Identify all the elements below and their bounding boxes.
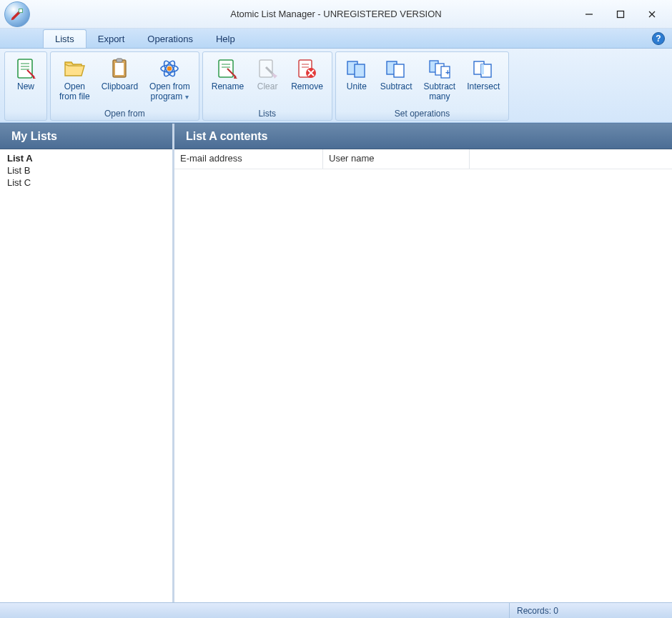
statusbar: Records: 0 <box>0 602 672 618</box>
rename-icon <box>215 56 239 81</box>
group-openfrom-label: Open from <box>54 107 196 120</box>
window-controls <box>573 0 668 29</box>
group-setops-label: Set operations <box>339 107 505 120</box>
clipboard-button[interactable]: Clipboard <box>96 54 144 107</box>
records-count: Records: 0 <box>509 603 672 618</box>
clipboard-label: Clipboard <box>102 82 138 92</box>
table-header: E-mail address User name <box>174 149 672 169</box>
sidebar-title: My Lists <box>0 124 172 149</box>
ribbon-group-openfrom: Open from file Clipboard Open from progr… <box>50 51 199 121</box>
svg-text:+: + <box>445 68 450 76</box>
tab-operations[interactable]: Operations <box>136 30 204 48</box>
new-label: New <box>17 82 34 92</box>
unite-icon <box>345 56 369 81</box>
sidebar-list: List A List B List C <box>0 149 172 191</box>
tab-export[interactable]: Export <box>87 30 137 48</box>
rename-button[interactable]: Rename <box>206 54 249 107</box>
new-list-icon <box>14 56 38 81</box>
folder-open-icon <box>62 56 87 81</box>
open-from-file-label: Open from file <box>59 82 90 102</box>
tab-row: Lists Export Operations Help ? <box>0 29 672 49</box>
svg-rect-11 <box>115 63 124 75</box>
list-item-c[interactable]: List C <box>0 176 172 189</box>
maximize-button[interactable] <box>605 4 636 24</box>
svg-point-16 <box>167 66 172 71</box>
open-from-file-button[interactable]: Open from file <box>54 54 96 107</box>
svg-rect-2 <box>618 11 624 18</box>
ribbon-group-lists: Rename Clear Remove Lists <box>202 51 332 121</box>
titlebar: Atomic List Manager - UNREGISTERED VERSI… <box>0 0 672 29</box>
intersect-icon <box>471 56 495 81</box>
unite-button[interactable]: Unite <box>339 54 375 107</box>
remove-label: Remove <box>291 82 323 92</box>
subtract-button[interactable]: Subtract <box>375 54 418 107</box>
svg-rect-38 <box>481 64 484 74</box>
clipboard-icon <box>107 56 132 81</box>
close-button[interactable] <box>636 4 668 24</box>
help-icon[interactable]: ? <box>652 32 665 45</box>
tab-help[interactable]: Help <box>204 30 247 48</box>
subtract-many-button[interactable]: + Subtract many <box>418 54 462 107</box>
svg-rect-31 <box>394 64 404 77</box>
clear-button[interactable]: Clear <box>249 54 285 107</box>
subtract-many-icon: + <box>428 56 452 81</box>
column-username[interactable]: User name <box>323 149 470 169</box>
subtract-label: Subtract <box>380 82 412 92</box>
sidebar: My Lists List A List B List C <box>0 124 174 602</box>
svg-rect-17 <box>219 60 233 77</box>
group-lists-label: Lists <box>206 107 329 120</box>
unite-label: Unite <box>347 82 367 92</box>
clear-icon <box>255 56 280 81</box>
svg-rect-5 <box>18 59 32 78</box>
intersect-button[interactable]: Intersect <box>461 54 505 107</box>
subtract-many-label: Subtract many <box>424 82 456 102</box>
rename-label: Rename <box>212 82 244 92</box>
svg-rect-0 <box>19 9 23 12</box>
svg-rect-12 <box>117 59 122 62</box>
tab-lists[interactable]: Lists <box>43 29 87 48</box>
ribbon: New Open from file Clipboard <box>0 49 672 123</box>
dropdown-arrow-icon: ▾ <box>185 93 189 101</box>
list-item-b[interactable]: List B <box>0 164 172 176</box>
column-email[interactable]: E-mail address <box>174 149 323 169</box>
minimize-button[interactable] <box>573 4 605 24</box>
app-icon[interactable] <box>4 1 30 27</box>
open-from-program-button[interactable]: Open from program▾ <box>144 54 196 107</box>
clear-label: Clear <box>257 82 278 92</box>
open-from-program-label: Open from program▾ <box>149 82 190 102</box>
list-item-a[interactable]: List A <box>0 152 172 164</box>
new-button[interactable]: New <box>8 54 44 107</box>
content-area: List A contents E-mail address User name <box>174 124 672 602</box>
remove-icon <box>295 56 319 81</box>
ribbon-group-new: New <box>4 51 47 121</box>
intersect-label: Intersect <box>467 82 500 92</box>
remove-button[interactable]: Remove <box>285 54 329 107</box>
content-title: List A contents <box>174 124 672 149</box>
atom-icon <box>157 56 182 81</box>
subtract-icon <box>384 56 408 81</box>
svg-rect-29 <box>355 64 365 77</box>
window-title: Atomic List Manager - UNREGISTERED VERSI… <box>0 9 672 19</box>
main-area: My Lists List A List B List C List A con… <box>0 123 672 602</box>
ribbon-group-setops: Unite Subtract + Subtract many Intersect <box>335 51 509 121</box>
